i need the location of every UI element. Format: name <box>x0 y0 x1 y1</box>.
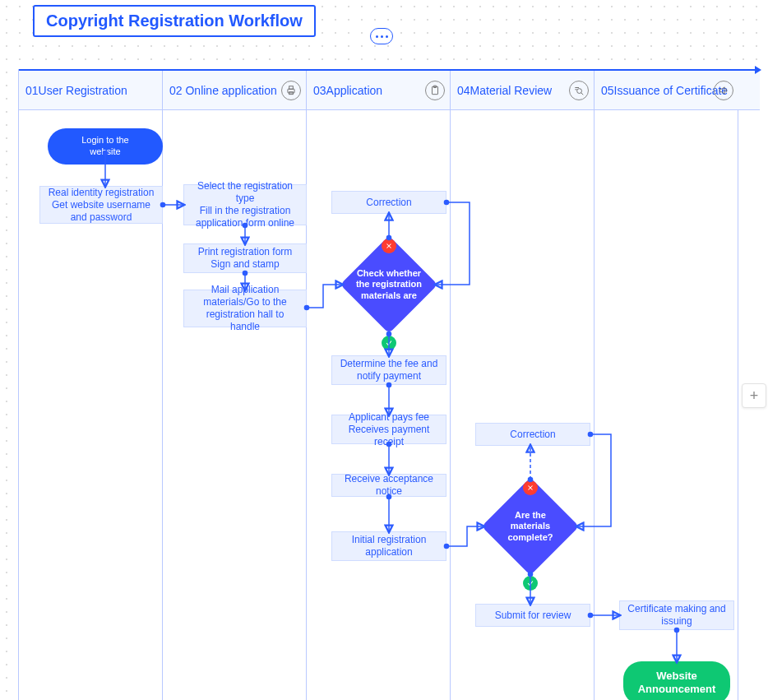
svg-line-6 <box>581 92 583 94</box>
node-label: Determine the fee and notify payment <box>339 358 439 382</box>
node-label: Certificate making and issuing <box>627 603 727 628</box>
badge-yes-icon <box>382 336 396 350</box>
node-cert-issuing[interactable]: Certificate making and issuing <box>619 600 734 630</box>
lane-label: Online application <box>185 84 276 97</box>
node-label: Real identity registrationGet website us… <box>47 187 155 224</box>
node-label: Select the registration typeFill in the … <box>191 180 299 229</box>
diagram-title[interactable]: Copyright Registration Workflow <box>33 5 316 37</box>
node-determine-fee[interactable]: Determine the fee and notify payment <box>331 355 446 385</box>
node-label: Mail application materials/Go to the reg… <box>191 284 299 333</box>
lane-num: 04 <box>457 84 470 97</box>
lane-header-5[interactable]: 05 Issuance of Certificate <box>595 71 738 109</box>
print-icon <box>281 81 301 100</box>
node-label: Submit for review <box>495 610 571 622</box>
lane-label: Material Review <box>470 84 553 97</box>
lane-num: 02 <box>169 84 183 97</box>
lane-header-1[interactable]: 01 User Registration <box>19 71 163 109</box>
broadcast-icon <box>714 81 733 100</box>
lane-num: 05 <box>601 84 614 97</box>
node-label: Correction <box>510 429 555 441</box>
lane-label: Application <box>326 84 383 97</box>
node-mail[interactable]: Mail application materials/Go to the reg… <box>183 290 307 327</box>
svg-point-5 <box>577 88 582 93</box>
clipboard-icon <box>425 81 445 100</box>
svg-rect-0 <box>288 89 294 93</box>
node-correction-1[interactable]: Correction <box>331 191 446 214</box>
node-label: Print registration formSign and stamp <box>198 246 293 271</box>
node-announcement[interactable]: Website Announcement <box>623 661 730 700</box>
review-icon <box>569 81 589 100</box>
lane-header-4[interactable]: 04 Material Review <box>451 71 595 109</box>
add-button[interactable]: + <box>742 383 766 408</box>
swimlane-container: 01 User Registration 02 Online applicati… <box>18 69 760 700</box>
diagram-canvas[interactable]: Copyright Registration Workflow 01 User … <box>0 0 768 700</box>
node-print[interactable]: Print registration formSign and stamp <box>183 243 307 273</box>
node-pay[interactable]: Applicant pays feeReceives payment recei… <box>331 415 446 444</box>
node-identity[interactable]: Real identity registrationGet website us… <box>39 186 163 224</box>
lane-header-3[interactable]: 03 Application <box>307 71 451 109</box>
node-label: Login to the website <box>66 135 145 158</box>
node-initial-reg[interactable]: Initial registration application <box>331 531 446 561</box>
node-select-type[interactable]: Select the registration typeFill in the … <box>183 184 307 225</box>
node-label: Correction <box>366 197 411 209</box>
badge-no-icon <box>523 480 538 495</box>
lane-label: Issuance of Certificate <box>614 84 729 97</box>
node-submit-review[interactable]: Submit for review <box>475 604 590 627</box>
diagram-title-text: Copyright Registration Workflow <box>46 12 303 30</box>
lane-label: User Registration <box>39 84 127 97</box>
swimlane-header-row: 01 User Registration 02 Online applicati… <box>19 69 760 110</box>
badge-no-icon <box>382 239 396 253</box>
node-label: Applicant pays feeReceives payment recei… <box>339 411 439 448</box>
node-accept-notice[interactable]: Receive acceptance notice <box>331 474 446 497</box>
node-label: Website Announcement <box>638 670 716 697</box>
lane-header-2[interactable]: 02 Online application <box>163 71 307 109</box>
node-correction-2[interactable]: Correction <box>475 423 590 446</box>
swimlane-body: Login to the website Real identity regis… <box>19 110 760 700</box>
lane-num: 01 <box>25 84 39 97</box>
more-actions-button[interactable] <box>370 28 393 44</box>
node-label: Receive acceptance notice <box>339 473 439 498</box>
node-login[interactable]: Login to the website <box>48 128 163 165</box>
lane-num: 03 <box>313 84 326 97</box>
node-label: Initial registration application <box>339 534 439 559</box>
svg-rect-1 <box>289 86 294 89</box>
badge-yes-icon <box>523 576 538 591</box>
